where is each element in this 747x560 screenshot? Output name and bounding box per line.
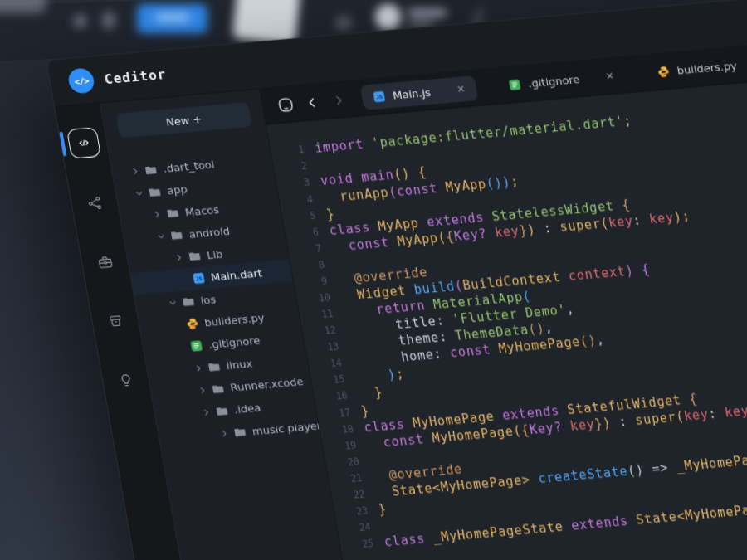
blurred-text-line — [408, 9, 447, 17]
tree-item-label: Lib — [206, 247, 224, 261]
chevron-down-icon[interactable] — [156, 232, 166, 241]
tree-item-label: android — [188, 225, 231, 241]
git-badge-icon — [507, 78, 522, 91]
editor-pane: JSMain.js.gitignorebuilders.py 123456789… — [259, 44, 747, 560]
close-icon[interactable] — [604, 71, 615, 82]
tab-label: .gitignore — [527, 73, 581, 90]
activity-lightbulb-icon[interactable] — [109, 365, 142, 396]
app-title: Ceditor — [103, 66, 167, 86]
chevron-right-icon[interactable] — [198, 386, 208, 395]
activity-archive-box-icon[interactable] — [99, 306, 132, 337]
tree-item-label: Runner.xcode — [229, 376, 305, 395]
folder-icon — [215, 405, 230, 418]
chevron-right-icon[interactable] — [193, 364, 203, 373]
js-badge-icon: JS — [372, 90, 387, 103]
editor-tab[interactable]: JSMain.js — [360, 75, 478, 110]
tree-item-label: .idea — [233, 402, 261, 416]
chevron-down-icon[interactable] — [134, 189, 144, 198]
folder-icon — [211, 382, 226, 396]
close-icon[interactable] — [455, 84, 466, 95]
git-badge-icon — [189, 339, 204, 353]
blurred-glyph — [335, 16, 352, 31]
chevron-right-icon[interactable] — [325, 88, 350, 111]
code-area[interactable]: 1234567891011121314151617181920212223242… — [266, 79, 747, 560]
activity-share-branch-icon[interactable] — [78, 187, 111, 218]
chevron-right-icon[interactable] — [130, 167, 140, 176]
blurred-button-label — [155, 13, 190, 22]
editor-tab[interactable]: .gitignore — [496, 62, 627, 98]
tree-item-label: Main.dart — [210, 266, 263, 283]
python-icon — [185, 317, 200, 330]
folder-icon — [144, 163, 159, 177]
python-icon — [656, 65, 671, 78]
folder-icon — [148, 186, 163, 199]
new-file-button[interactable]: New + — [115, 102, 252, 139]
code-lines[interactable]: import 'package:flutter/material.dart';v… — [314, 99, 747, 560]
chevron-right-icon[interactable] — [152, 210, 162, 219]
tree-item-label: ios — [199, 293, 217, 306]
tree-item-label: builders.py — [203, 311, 266, 329]
tab-label: Main.js — [392, 85, 432, 101]
tree-item-label: Macos — [184, 203, 221, 218]
blurred-icon — [73, 14, 87, 28]
blurred-corner-element — [0, 0, 46, 13]
screen: { "header": { "title": "Ceditor", "logo_… — [0, 0, 747, 560]
home-icon[interactable] — [273, 93, 298, 116]
svg-text:JS: JS — [375, 94, 383, 100]
chevron-right-icon[interactable] — [201, 408, 211, 417]
folder-icon — [208, 360, 222, 373]
chevron-right-icon[interactable] — [174, 253, 184, 262]
folder-icon — [169, 228, 184, 241]
editor-window: </> Ceditor New + .dart_toolappMacosandr… — [46, 0, 747, 560]
tree-item-label: linux — [225, 358, 253, 373]
chevron-right-icon[interactable] — [219, 429, 229, 438]
blurred-icon — [102, 12, 115, 29]
window-body: New + .dart_toolappMacosandroidLibJSMain… — [55, 44, 747, 560]
chevron-down-icon[interactable] — [168, 299, 178, 308]
app-logo-code-slash-icon: </> — [66, 67, 95, 94]
editor-tab[interactable]: builders.py — [644, 49, 747, 85]
tree-item-label: .dart_tool — [162, 158, 215, 175]
folder-icon — [182, 295, 197, 309]
chevron-left-icon[interactable] — [299, 90, 324, 114]
folder-icon — [233, 426, 248, 439]
tree-item-label: app — [166, 183, 188, 197]
line-number: 25 — [339, 535, 375, 554]
tab-label: builders.py — [676, 59, 738, 76]
folder-icon — [188, 250, 203, 263]
folder-icon — [166, 207, 181, 220]
activity-code-icon[interactable] — [66, 127, 101, 159]
activity-briefcase-icon[interactable] — [88, 246, 121, 277]
svg-text:JS: JS — [195, 275, 203, 282]
js-badge-icon: JS — [192, 271, 207, 285]
blurred-avatar — [375, 4, 401, 30]
tree-item-label: .gitignore — [208, 334, 261, 351]
